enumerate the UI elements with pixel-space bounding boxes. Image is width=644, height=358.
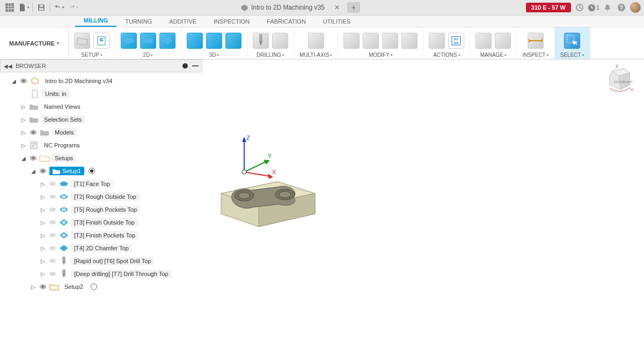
tab-fabrication[interactable]: FABRICATION (258, 16, 314, 27)
visibility-icon[interactable] (39, 282, 47, 291)
workspace-switcher[interactable]: MANUFACTURE (0, 27, 69, 59)
ribbon-label-modify[interactable]: MODIFY (369, 52, 393, 58)
visibility-icon[interactable] (48, 231, 57, 240)
tree-models[interactable]: ▷ Models (0, 126, 202, 139)
tree-selection-sets[interactable]: ▷ Selection Sets (0, 113, 202, 126)
visibility-icon[interactable] (39, 167, 47, 175)
ribbon-label-setup[interactable]: SETUP (81, 52, 102, 58)
visibility-icon[interactable] (48, 257, 57, 265)
visibility-icon[interactable] (48, 218, 57, 227)
tree-setup1[interactable]: ◢ Setup1 (0, 165, 202, 177)
expand-icon[interactable]: ▷ (20, 129, 27, 136)
close-tab-button[interactable]: ✕ (332, 3, 342, 12)
browser-header[interactable]: ◀◀ BROWSER (0, 59, 202, 72)
ribbon-label-drilling[interactable]: DRILLING (257, 52, 284, 58)
adaptive-3d-icon[interactable] (187, 33, 203, 49)
ribbon-label-manage[interactable]: MANAGE (480, 52, 507, 58)
tree-nc-programs[interactable]: ▷ NC Programs (0, 139, 202, 152)
expand-icon[interactable]: ▷ (20, 142, 27, 148)
tree-op[interactable]: ▷ [T2] Rough Outside Top (0, 190, 202, 203)
save-button[interactable] (35, 1, 48, 14)
collapse-icon[interactable]: ◀◀ (4, 63, 12, 69)
ribbon-label-select[interactable]: SELECT (560, 52, 584, 58)
hole-recognition-icon[interactable] (272, 33, 288, 49)
expand-icon[interactable]: ▷ (40, 271, 46, 277)
expand-icon[interactable]: ▷ (40, 181, 46, 187)
job-queue-icon[interactable]: 1 (588, 2, 599, 13)
ribbon-label-2d[interactable]: 2D (143, 52, 153, 58)
tree-op[interactable]: ▷ [T3] Finish Outside Top (0, 216, 202, 229)
nc-setup-icon[interactable]: G (93, 33, 109, 49)
active-setup-radio[interactable] (89, 168, 95, 174)
new-tab-button[interactable]: + (347, 2, 360, 13)
browser-minimize-icon[interactable] (192, 65, 199, 66)
tree-root[interactable]: ◢ Intro to 2D Machining v34 (0, 74, 202, 87)
parallel-3d-icon[interactable] (206, 33, 222, 49)
modify-break-icon[interactable] (363, 33, 379, 49)
generate-icon[interactable] (429, 33, 445, 49)
tree-op[interactable]: ▷ [Rapid out] [T6] Spot Drill Top (0, 255, 202, 267)
viewcube[interactable]: FRONT RIGHT Z X (603, 65, 633, 95)
notifications-icon[interactable] (602, 2, 613, 13)
tree-named-views[interactable]: ▷ Named Views (0, 100, 202, 113)
redo-button[interactable]: ▾ (67, 1, 79, 14)
browser-options-icon[interactable] (182, 63, 188, 69)
expand-icon[interactable]: ▷ (20, 103, 27, 110)
visibility-icon[interactable] (19, 77, 28, 85)
file-menu-button[interactable]: ▾ (17, 1, 30, 14)
ribbon-label-actions[interactable]: ACTIONS (433, 52, 460, 58)
active-setup-radio[interactable] (91, 284, 97, 290)
visibility-icon[interactable] (48, 180, 57, 188)
contour-2d-icon[interactable] (159, 33, 175, 49)
adaptive-2d-icon[interactable] (140, 33, 156, 49)
tree-op[interactable]: ▷ [Deep drilling] [T7] Drill Through Top (0, 267, 202, 280)
job-status-badge[interactable]: 310 E - 57 W (526, 3, 571, 12)
tab-utilities[interactable]: UTILITIES (314, 16, 359, 27)
tab-milling[interactable]: MILLING (75, 15, 116, 27)
modify-tool-icon[interactable] (382, 33, 398, 49)
multiaxis-icon[interactable] (308, 33, 324, 49)
apps-grid-button[interactable] (3, 1, 16, 14)
folder-open-icon[interactable] (74, 33, 90, 49)
visibility-icon[interactable] (29, 128, 38, 137)
expand-icon[interactable]: ▷ (20, 116, 27, 123)
facing-icon[interactable] (121, 33, 137, 49)
post-process-icon[interactable]: G1G2 (448, 33, 464, 49)
model-preview[interactable] (213, 172, 320, 231)
select-icon[interactable] (564, 33, 580, 49)
tab-additive[interactable]: ADDITIVE (160, 16, 205, 27)
visibility-icon[interactable] (29, 154, 38, 162)
visibility-icon[interactable] (48, 244, 57, 252)
tab-turning[interactable]: TURNING (116, 16, 160, 27)
tree-op[interactable]: ▷ [T1] Face Top (0, 177, 202, 190)
expand-icon[interactable]: ◢ (20, 155, 27, 161)
tree-setups[interactable]: ◢ Setups (0, 152, 202, 165)
expand-icon[interactable]: ▷ (40, 232, 46, 238)
tree-units[interactable]: Units: in (0, 87, 202, 100)
undo-button[interactable]: ▾ (53, 1, 65, 14)
help-icon[interactable]: ? (616, 2, 627, 13)
expand-icon[interactable]: ▷ (30, 284, 36, 290)
ribbon-label-3d[interactable]: 3D (209, 52, 219, 58)
viewport-3d[interactable]: FRONT RIGHT Z X Z Y X (202, 59, 644, 358)
modify-join-icon[interactable] (401, 33, 418, 49)
task-manager-icon[interactable] (495, 33, 511, 49)
tool-library-icon[interactable] (475, 33, 492, 49)
expand-icon[interactable]: ▷ (40, 219, 46, 226)
tree-op[interactable]: ▷ [T4] 2D Chamfer Top (0, 242, 202, 255)
extensions-icon[interactable] (574, 2, 585, 13)
expand-icon[interactable]: ◢ (30, 168, 36, 174)
tree-op[interactable]: ▷ [T3] Finish Pockets Top (0, 229, 202, 242)
ribbon-label-multiaxis[interactable]: MULTI-AXIS (299, 52, 332, 58)
expand-icon[interactable]: ▷ (40, 206, 46, 213)
user-avatar[interactable] (630, 2, 641, 13)
visibility-icon[interactable] (48, 192, 57, 201)
tree-op[interactable]: ▷ [T5] Rough Pockets Top (0, 203, 202, 216)
tree-setup2[interactable]: ▷ Setup2 (0, 280, 202, 293)
measure-icon[interactable] (528, 33, 544, 49)
ribbon-label-inspect[interactable]: INSPECT (522, 52, 548, 58)
tab-inspection[interactable]: INSPECTION (205, 16, 258, 27)
drill-icon[interactable] (253, 33, 269, 49)
expand-icon[interactable]: ▷ (40, 245, 46, 251)
visibility-icon[interactable] (48, 270, 57, 278)
